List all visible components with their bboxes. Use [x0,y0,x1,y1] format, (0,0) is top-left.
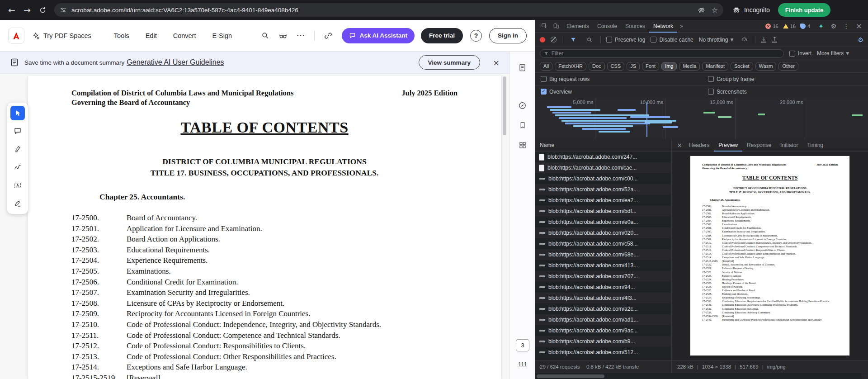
select-tool-button[interactable] [10,106,25,120]
network-search-icon[interactable] [584,35,595,45]
back-icon[interactable]: ← [5,3,19,17]
import-har-icon[interactable]: ↓ [761,37,766,43]
ask-ai-assistant-button[interactable]: Ask AI Assistant [342,28,415,43]
comment-tool-button[interactable] [10,124,25,138]
disable-cache-checkbox[interactable]: Disable cache [651,37,693,43]
text-box-tool-button[interactable] [10,178,25,193]
pdf-scrollbar-thumb[interactable] [503,76,506,135]
more-options-icon[interactable]: ··· [297,32,305,40]
banner-close-icon[interactable]: × [493,58,500,67]
clear-network-log-icon[interactable] [551,37,557,43]
network-request-row[interactable]: blob:https://acrobat.adobe.com/e0a... [535,217,671,227]
scrollbar-thumb[interactable] [537,374,604,378]
menu-tools[interactable]: Tools [114,32,129,39]
record-network-log-icon[interactable] [540,37,545,43]
big-request-rows-checkbox[interactable]: Big request rows [541,76,590,82]
share-link-icon[interactable] [324,31,333,40]
search-icon[interactable] [261,31,269,40]
current-page-input[interactable]: 3 [516,339,529,351]
detail-tab-initiator[interactable]: Initiator [776,139,802,152]
filter-chip-all[interactable]: All [540,62,552,71]
devtools-close-icon[interactable]: × [854,21,864,31]
network-request-row[interactable]: blob:https://acrobat.adobe.com/cae... [535,162,671,173]
filter-chip-img[interactable]: Img [661,62,677,71]
filter-chip-manifest[interactable]: Manifest [702,62,728,71]
network-overview-timeline[interactable]: 5,000 ms10,000 ms15,000 ms20,000 ms [535,98,868,140]
detail-tab-headers[interactable]: Headers [684,139,714,152]
visibility-off-icon[interactable] [698,6,705,14]
free-trial-button[interactable]: Free trial [421,28,463,43]
export-har-icon[interactable]: ↑ [772,37,777,43]
filter-chip-fetch-xhr[interactable]: Fetch/XHR [555,62,586,71]
filter-chip-wasm[interactable]: Wasm [755,62,777,71]
filter-chip-doc[interactable]: Doc [589,62,605,71]
acrobat-logo[interactable] [8,28,24,44]
view-summary-button[interactable]: View summary [419,55,480,70]
menu-edit[interactable]: Edit [146,32,157,39]
devtools-settings-icon[interactable]: ⚙ [828,21,839,31]
group-by-frame-checkbox[interactable]: Group by frame [708,76,754,82]
filter-chip-media[interactable]: Media [679,62,700,71]
filter-chip-js[interactable]: JS [627,62,640,71]
genai-guidelines-link[interactable]: Generative AI User Guidelines [127,58,224,66]
site-settings-icon[interactable] [60,6,67,14]
network-request-row[interactable]: blob:https://acrobat.adobe.com/bdf... [535,206,671,217]
devtools-horizontal-scrollbar[interactable] [535,373,868,379]
explore-compass-icon[interactable] [515,98,530,113]
preserve-log-checkbox[interactable]: Preserve log [606,37,645,43]
more-filters-dropdown[interactable]: More filters▼ [817,50,849,57]
pdf-scrollbar[interactable] [503,76,506,377]
devtools-tab-sources[interactable]: Sources [621,20,649,33]
overview-checkbox[interactable]: Overview [541,89,572,95]
issues-badge[interactable]: 4 [800,24,810,29]
sign-in-button[interactable]: Sign in [489,28,527,43]
throttling-dropdown[interactable]: No throttling▼ [699,37,734,43]
glasses-icon[interactable] [278,31,288,40]
draw-tool-button[interactable] [10,160,25,175]
page-thumbnails-icon[interactable] [515,137,530,153]
name-column-header[interactable]: Name [535,139,671,152]
detail-tab-response[interactable]: Response [742,139,776,152]
bookmark-star-icon[interactable]: ☆ [712,6,718,14]
network-request-row[interactable]: blob:https://acrobat.adobe.com/707... [535,271,671,282]
reload-icon[interactable] [35,3,50,17]
devtools-ai-icon[interactable]: ✦ [816,21,826,31]
invert-checkbox[interactable]: Invert [789,50,811,57]
network-request-row[interactable]: blob:https://acrobat.adobe.com/c00... [535,173,671,184]
filter-chip-socket[interactable]: Socket [731,62,753,71]
filter-chip-font[interactable]: Font [642,62,659,71]
network-request-row[interactable]: blob:https://acrobat.adobe.com/ea2... [535,195,671,206]
network-request-row[interactable]: blob:https://acrobat.adobe.com/413... [535,260,671,271]
network-request-row[interactable]: blob:https://acrobat.adobe.com/52a... [535,184,671,195]
detail-tab-timing[interactable]: Timing [802,139,828,152]
bookmarks-icon[interactable] [515,118,530,133]
detail-tab-preview[interactable]: Preview [714,139,742,152]
devtools-tab-console[interactable]: Console [593,20,621,33]
error-badge[interactable]: ×16 [765,24,778,29]
network-filter-box[interactable] [540,49,784,58]
filter-chip-css[interactable]: CSS [607,62,625,71]
highlight-tool-button[interactable] [10,142,25,156]
filter-toggle-icon[interactable] [568,35,579,45]
network-request-row[interactable]: blob:https://acrobat.adobe.com/4f3... [535,293,671,303]
finish-update-button[interactable]: Finish update [778,3,831,17]
network-request-row[interactable]: blob:https://acrobat.adobe.com/68e... [535,249,671,260]
devtools-tab-network[interactable]: Network [649,20,677,33]
menu-e-sign[interactable]: E-Sign [212,32,232,39]
more-tabs-icon[interactable]: » [680,23,683,29]
try-pdf-spaces-button[interactable]: Try PDF Spaces [32,32,91,40]
sign-tool-button[interactable] [10,196,25,211]
devtools-menu-icon[interactable]: ⋮ [841,21,852,31]
network-settings-icon[interactable]: ⚙ [858,36,863,43]
genai-summary-icon[interactable] [515,60,530,75]
network-request-row[interactable]: blob:https://acrobat.adobe.com/020... [535,227,671,238]
network-request-row[interactable]: blob:https://acrobat.adobe.com/512... [535,347,671,358]
network-request-row[interactable]: blob:https://acrobat.adobe.com/94... [535,282,671,293]
warning-badge[interactable]: 16 [783,24,796,29]
devtools-tab-elements[interactable]: Elements [562,20,593,33]
forward-icon[interactable]: → [20,3,34,17]
inspect-element-icon[interactable] [539,21,550,31]
network-request-row[interactable]: blob:https://acrobat.adobe.com/c58... [535,238,671,249]
help-icon[interactable]: ? [470,30,482,42]
network-request-row[interactable]: blob:https://acrobat.adobe.com/ad1... [535,314,671,325]
